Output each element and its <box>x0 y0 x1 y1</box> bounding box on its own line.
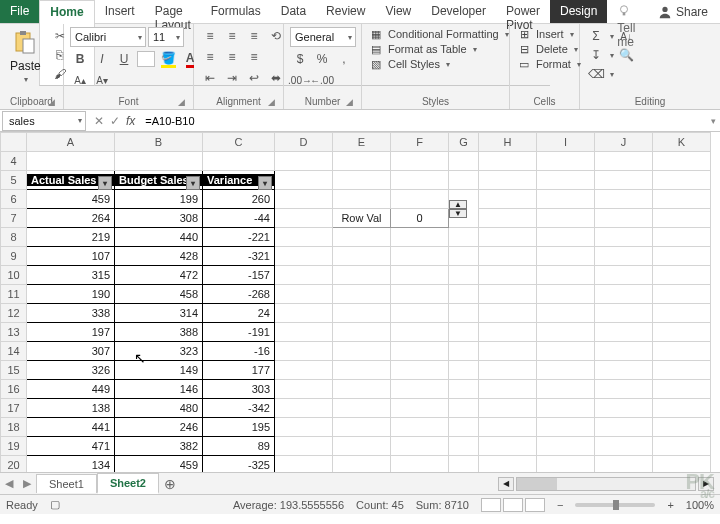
fill-button[interactable]: ↧ <box>586 46 606 64</box>
row-header-7[interactable]: 7 <box>1 209 27 228</box>
cell-I20[interactable] <box>537 456 595 473</box>
cell-B17[interactable]: 480 <box>115 399 203 418</box>
hscroll-left[interactable]: ◀ <box>498 477 514 491</box>
align-center-button[interactable]: ≡ <box>222 48 242 66</box>
cell-F17[interactable] <box>391 399 449 418</box>
cell-K18[interactable] <box>653 418 711 437</box>
cell-H17[interactable] <box>479 399 537 418</box>
col-header-J[interactable]: J <box>595 133 653 152</box>
align-right-button[interactable]: ≡ <box>244 48 264 66</box>
spinner-up[interactable]: ▲ <box>449 200 467 209</box>
cell-styles-button[interactable]: ▧Cell Styles▾ <box>368 57 509 71</box>
font-size-select[interactable]: 11▾ <box>148 27 184 47</box>
insert-function-button[interactable]: fx <box>126 114 135 128</box>
cell-J9[interactable] <box>595 247 653 266</box>
cell-G17[interactable] <box>449 399 479 418</box>
cell-A19[interactable]: 471 <box>27 437 115 456</box>
filter-icon[interactable]: ▾ <box>186 176 200 190</box>
cell-H5[interactable] <box>479 171 537 190</box>
cell-H14[interactable] <box>479 342 537 361</box>
cell-G20[interactable] <box>449 456 479 473</box>
tab-design[interactable]: Design <box>550 0 607 23</box>
row-header-19[interactable]: 19 <box>1 437 27 456</box>
cell-C4[interactable] <box>203 152 275 171</box>
cell-A11[interactable]: 190 <box>27 285 115 304</box>
cell-C14[interactable]: -16 <box>203 342 275 361</box>
col-header-A[interactable]: A <box>27 133 115 152</box>
cell-C7[interactable]: -44 <box>203 209 275 228</box>
cell-F11[interactable] <box>391 285 449 304</box>
cell-A12[interactable]: 338 <box>27 304 115 323</box>
zoom-slider[interactable] <box>575 503 655 507</box>
cell-K8[interactable] <box>653 228 711 247</box>
clipboard-dialog-launcher[interactable]: ◢ <box>48 97 55 107</box>
col-header-H[interactable]: H <box>479 133 537 152</box>
cell-C19[interactable]: 89 <box>203 437 275 456</box>
col-header-G[interactable]: G <box>449 133 479 152</box>
cell-I10[interactable] <box>537 266 595 285</box>
row-header-16[interactable]: 16 <box>1 380 27 399</box>
cell-F13[interactable] <box>391 323 449 342</box>
cell-C9[interactable]: -321 <box>203 247 275 266</box>
cell-A17[interactable]: 138 <box>27 399 115 418</box>
cell-I8[interactable] <box>537 228 595 247</box>
cell-D4[interactable] <box>275 152 333 171</box>
underline-button[interactable]: U <box>114 50 134 68</box>
cell-G16[interactable] <box>449 380 479 399</box>
cell-A18[interactable]: 441 <box>27 418 115 437</box>
cell-A10[interactable]: 315 <box>27 266 115 285</box>
zoom-thumb[interactable] <box>613 500 619 510</box>
cell-J14[interactable] <box>595 342 653 361</box>
view-page-layout-button[interactable] <box>503 498 523 512</box>
cell-I14[interactable] <box>537 342 595 361</box>
cell-H10[interactable] <box>479 266 537 285</box>
font-name-select[interactable]: Calibri▾ <box>70 27 146 47</box>
cell-G10[interactable] <box>449 266 479 285</box>
cell-I11[interactable] <box>537 285 595 304</box>
cell-G14[interactable] <box>449 342 479 361</box>
borders-button[interactable] <box>136 50 156 68</box>
cell-H15[interactable] <box>479 361 537 380</box>
cell-E10[interactable] <box>333 266 391 285</box>
cell-E5[interactable] <box>333 171 391 190</box>
cell-G5[interactable] <box>449 171 479 190</box>
cell-F18[interactable] <box>391 418 449 437</box>
cell-F6[interactable] <box>391 190 449 209</box>
row-header-6[interactable]: 6 <box>1 190 27 209</box>
cell-A7[interactable]: 264 <box>27 209 115 228</box>
cell-F12[interactable] <box>391 304 449 323</box>
cell-G19[interactable] <box>449 437 479 456</box>
cell-I17[interactable] <box>537 399 595 418</box>
cell-J17[interactable] <box>595 399 653 418</box>
col-header-B[interactable]: B <box>115 133 203 152</box>
cell-C17[interactable]: -342 <box>203 399 275 418</box>
cell-B19[interactable]: 382 <box>115 437 203 456</box>
cell-K11[interactable] <box>653 285 711 304</box>
cell-F4[interactable] <box>391 152 449 171</box>
sheet-nav-prev[interactable]: ◀ <box>0 477 18 490</box>
col-header-C[interactable]: C <box>203 133 275 152</box>
cell-I19[interactable] <box>537 437 595 456</box>
align-top-button[interactable]: ≡ <box>200 27 220 45</box>
cell-G12[interactable] <box>449 304 479 323</box>
cell-B8[interactable]: 440 <box>115 228 203 247</box>
cell-H20[interactable] <box>479 456 537 473</box>
cell-E18[interactable] <box>333 418 391 437</box>
cell-C20[interactable]: -325 <box>203 456 275 473</box>
select-all-corner[interactable] <box>1 133 27 152</box>
sort-filter-button[interactable]: A↓ <box>616 27 636 45</box>
row-header-4[interactable]: 4 <box>1 152 27 171</box>
decrease-decimal-button[interactable]: ←.00 <box>312 71 332 89</box>
cell-F9[interactable] <box>391 247 449 266</box>
cell-J19[interactable] <box>595 437 653 456</box>
number-format-select[interactable]: General▾ <box>290 27 356 47</box>
formula-input[interactable] <box>141 111 707 131</box>
align-bottom-button[interactable]: ≡ <box>244 27 264 45</box>
increase-decimal-button[interactable]: .00→ <box>290 71 310 89</box>
cell-I15[interactable] <box>537 361 595 380</box>
cell-B9[interactable]: 428 <box>115 247 203 266</box>
cell-J7[interactable] <box>595 209 653 228</box>
format-as-table-button[interactable]: ▤Format as Table▾ <box>368 42 509 56</box>
col-header-K[interactable]: K <box>653 133 711 152</box>
col-header-I[interactable]: I <box>537 133 595 152</box>
